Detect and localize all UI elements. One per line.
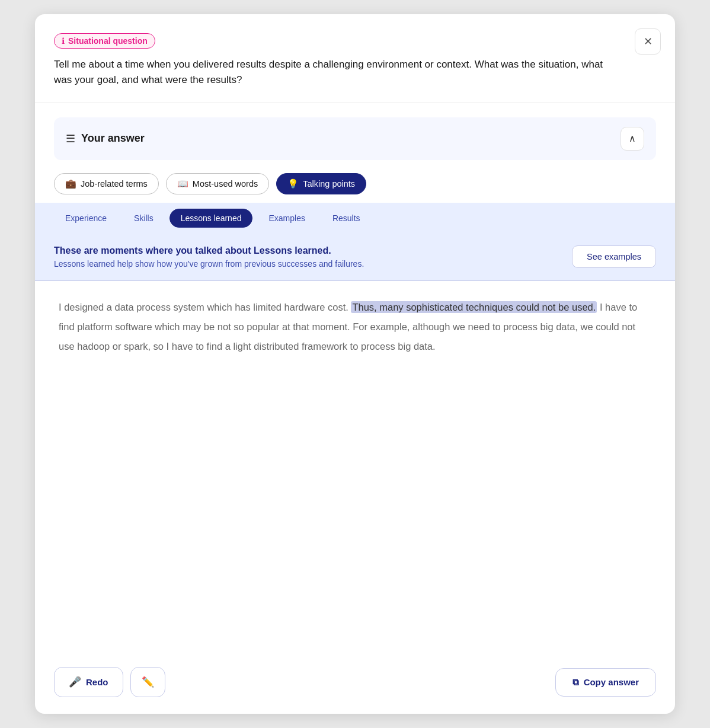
job-related-terms-icon: 💼 <box>65 178 76 189</box>
question-text: Tell me about a time when you delivered … <box>54 57 623 88</box>
answer-highlight: Thus, many sophisticated techniques coul… <box>351 301 597 313</box>
most-used-words-icon: 📖 <box>177 178 188 189</box>
your-answer-header: ☰ Your answer ∧ <box>54 117 656 160</box>
sub-tabs-bar: Experience Skills Lessons learned Exampl… <box>35 203 675 234</box>
answer-content: I designed a data process system which h… <box>54 281 656 657</box>
copy-icon: ⧉ <box>573 677 579 688</box>
sub-tab-examples[interactable]: Examples <box>257 209 316 228</box>
redo-button[interactable]: 🎤 Redo <box>54 667 123 697</box>
edit-button[interactable]: ✏️ <box>130 667 165 697</box>
badge-icon: ℹ <box>62 36 65 46</box>
main-card: ℹ Situational question Tell me about a t… <box>35 14 675 714</box>
info-bar-text: These are moments where you talked about… <box>54 245 364 269</box>
sub-tab-skills[interactable]: Skills <box>123 209 165 228</box>
your-answer-title: Your answer <box>81 132 145 145</box>
hamburger-icon: ☰ <box>66 132 75 145</box>
category-tabs: 💼 Job-related terms 📖 Most-used words 💡 … <box>54 173 656 194</box>
redo-label: Redo <box>86 677 108 687</box>
answer-before-highlight: I designed a data process system which h… <box>59 302 351 312</box>
redo-microphone-icon: 🎤 <box>69 676 81 688</box>
chevron-up-button[interactable]: ∧ <box>621 127 644 151</box>
info-bar-description: Lessons learned help show how you've gro… <box>54 259 364 269</box>
tab-most-used-words[interactable]: 📖 Most-used words <box>166 173 269 194</box>
copy-answer-label: Copy answer <box>584 677 639 687</box>
info-bar-heading: These are moments where you talked about… <box>54 245 364 256</box>
your-answer-left: ☰ Your answer <box>66 132 145 145</box>
close-button[interactable]: ✕ <box>635 28 661 55</box>
see-examples-button[interactable]: See examples <box>572 245 656 268</box>
question-type-badge: ℹ Situational question <box>54 33 155 49</box>
sub-tab-results[interactable]: Results <box>321 209 372 228</box>
badge-label: Situational question <box>68 36 148 46</box>
action-bar: 🎤 Redo ✏️ ⧉ Copy answer <box>54 657 656 697</box>
info-bar: These are moments where you talked about… <box>35 234 675 281</box>
sub-tab-experience[interactable]: Experience <box>54 209 118 228</box>
talking-points-icon: 💡 <box>287 178 299 189</box>
job-related-terms-label: Job-related terms <box>81 179 148 189</box>
talking-points-label: Talking points <box>303 179 355 189</box>
sub-tab-lessons-learned[interactable]: Lessons learned <box>169 209 253 228</box>
copy-answer-button[interactable]: ⧉ Copy answer <box>555 668 656 697</box>
edit-icon: ✏️ <box>142 676 154 688</box>
most-used-words-label: Most-used words <box>193 179 258 189</box>
divider <box>35 103 675 103</box>
tab-job-related-terms[interactable]: 💼 Job-related terms <box>54 173 159 194</box>
header-section: ℹ Situational question Tell me about a t… <box>54 33 656 88</box>
tab-talking-points[interactable]: 💡 Talking points <box>276 173 366 194</box>
